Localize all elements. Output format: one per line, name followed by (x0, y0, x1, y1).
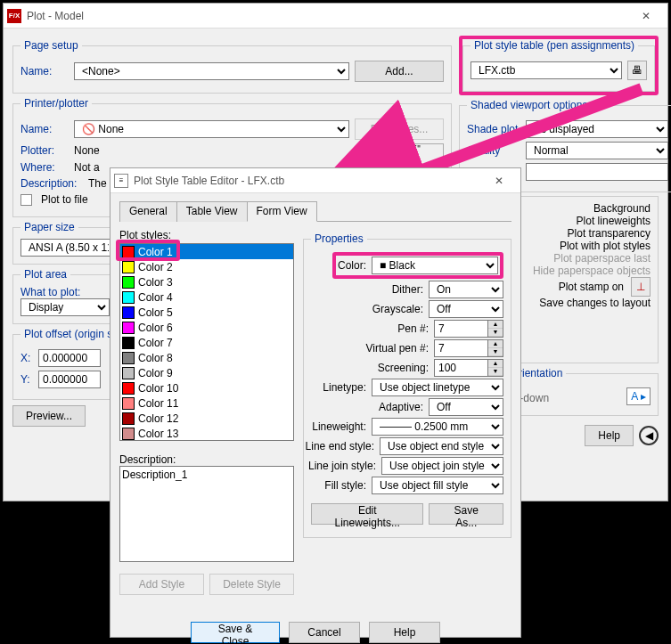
color-swatch (122, 291, 135, 304)
page-setup-name[interactable]: <None> (74, 62, 349, 80)
list-item[interactable]: Color 6 (120, 320, 293, 335)
editor-close-icon[interactable]: ✕ (481, 168, 517, 193)
list-item[interactable]: Color 2 (120, 259, 293, 274)
screening-label: Screening: (378, 362, 429, 374)
help-button[interactable]: Help (585, 425, 634, 446)
lineweight-label: Lineweight: (312, 420, 366, 433)
delete-style-button: Delete Style (209, 574, 294, 595)
where-label: Where: (20, 161, 69, 174)
shadeplot-label: Shade plot (467, 123, 520, 135)
save-as-button[interactable]: Save As... (429, 503, 503, 525)
plot-titlebar: F/X Plot - Model ✕ (4, 4, 667, 29)
properties-group: Properties Color: ■ Black Dither:On Gray… (303, 232, 511, 538)
pst-edit-icon[interactable]: 🖶 (627, 61, 647, 80)
editor-title: Plot Style Table Editor - LFX.ctb (134, 175, 481, 187)
list-item[interactable]: Color 13 (120, 426, 293, 441)
pst-highlight: Plot style table (pen assignments) LFX.c… (459, 36, 659, 95)
list-item[interactable]: Color 8 (120, 350, 293, 365)
color-swatch (122, 337, 135, 349)
opt-stampon: Plot stamp on (559, 281, 624, 293)
color-swatch (122, 397, 135, 410)
tab-table-view[interactable]: Table View (176, 201, 248, 222)
tab-form-view[interactable]: Form View (247, 201, 317, 222)
color-swatch (122, 382, 135, 395)
properties-button: Properties... (355, 118, 444, 140)
add-style-button: Add Style (119, 574, 204, 595)
virtual-pen-spinner[interactable]: ▲▼ (434, 339, 503, 357)
grayscale-select[interactable]: Off (429, 300, 503, 318)
description-textarea[interactable]: Description_1 (119, 466, 294, 562)
line-end-select[interactable]: Use object end style (380, 437, 503, 455)
list-item[interactable]: Color 11 (120, 395, 293, 411)
pen-label: Pen #: (397, 322, 429, 335)
add-button[interactable]: Add... (355, 61, 444, 82)
desc-label: Description: (20, 177, 83, 190)
edit-lineweights-button[interactable]: Edit Lineweights... (311, 503, 423, 525)
preview-button[interactable]: Preview... (12, 405, 86, 427)
where-value: Not a (74, 161, 100, 174)
color-swatch (122, 428, 135, 440)
list-item[interactable]: Color 4 (120, 289, 293, 305)
list-item-label: Color 9 (138, 367, 173, 379)
description-label: Description: (119, 453, 294, 466)
list-item-label: Color 5 (138, 306, 173, 319)
list-item-label: Color 1 (138, 246, 173, 258)
color-select[interactable]: ■ Black (372, 257, 498, 274)
adaptive-select[interactable]: Off (429, 398, 503, 416)
shadeplot-select[interactable]: As displayed (526, 120, 668, 138)
page-setup-legend: Page setup (20, 39, 82, 52)
editor-help-button[interactable]: Help (369, 622, 440, 643)
linetype-select[interactable]: Use object linetype (372, 379, 503, 396)
line-join-label: Line join style: (308, 460, 376, 472)
list-item[interactable]: Color 5 (120, 305, 293, 320)
list-item[interactable]: Color 12 (120, 411, 293, 426)
pst-legend: Plot style table (pen assignments) (471, 39, 638, 52)
list-item-label: Color 10 (138, 382, 178, 395)
dither-select[interactable]: On (429, 281, 503, 298)
plotarea-legend: Plot area (20, 268, 70, 281)
cancel-button[interactable]: Cancel (289, 622, 360, 643)
color-highlight: Color: ■ Black (332, 252, 503, 279)
list-item[interactable]: Color 9 (120, 365, 293, 380)
fill-label: Fill style: (324, 479, 366, 492)
expand-icon[interactable]: ◀ (639, 426, 659, 445)
fill-select[interactable]: Use object fill style (372, 477, 503, 494)
list-item[interactable]: Color 10 (120, 380, 293, 395)
tab-general[interactable]: General (119, 201, 177, 222)
quality-label: Quality (467, 144, 520, 157)
x-input[interactable] (38, 349, 101, 367)
adaptive-label: Adaptive: (379, 401, 423, 413)
plot-to-file-check[interactable] (20, 194, 32, 206)
color-label: Color: (338, 259, 366, 272)
dither-label: Dither: (392, 283, 423, 296)
list-item[interactable]: Color 3 (120, 274, 293, 289)
pen-spinner[interactable]: ▲▼ (434, 320, 503, 338)
color-swatch (122, 367, 135, 379)
list-item[interactable]: Color 1 (120, 244, 293, 259)
list-item-label: Color 2 (138, 261, 173, 273)
plotoffset-legend: Plot offset (origin se (20, 328, 122, 340)
save-close-button[interactable]: Save & Close (191, 622, 280, 643)
line-end-label: Line end style: (306, 440, 374, 452)
pst-select[interactable]: LFX.ctb (471, 61, 622, 79)
y-input[interactable] (38, 371, 101, 388)
list-item-label: Color 8 (138, 352, 173, 364)
plot-styles-listbox[interactable]: Color 1Color 2Color 3Color 4Color 5Color… (119, 243, 294, 441)
whattoplot-select[interactable]: Display (20, 298, 110, 316)
stamp-icon[interactable]: ⊥ (631, 277, 651, 297)
line-join-select[interactable]: Use object join style (381, 457, 503, 475)
lineweight-select[interactable]: ——— 0.2500 mm (372, 418, 503, 436)
fx-icon: F/X (7, 9, 21, 23)
plot-to-file-label: Plot to file (41, 193, 88, 206)
close-icon[interactable]: ✕ (628, 4, 664, 29)
virtual-pen-label: Virtual pen #: (366, 342, 430, 355)
pst-group: Plot style table (pen assignments) LFX.c… (462, 39, 655, 92)
printer-name-select[interactable]: 🚫 None (74, 120, 349, 138)
grayscale-label: Grayscale: (372, 303, 423, 315)
screening-spinner[interactable]: ▲▼ (434, 359, 503, 377)
list-item[interactable]: Color 7 (120, 335, 293, 350)
quality-select[interactable]: Normal (526, 142, 668, 159)
properties-legend: Properties (311, 232, 367, 245)
color-swatch (122, 412, 135, 425)
dpi-input (526, 163, 668, 181)
